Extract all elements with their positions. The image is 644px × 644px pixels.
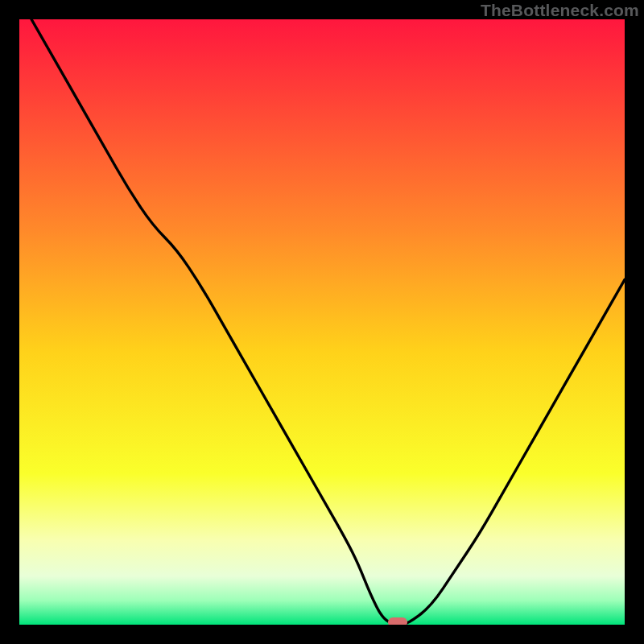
watermark-text: TheBottleneck.com bbox=[481, 1, 639, 20]
chart-background bbox=[19, 19, 625, 625]
bottleneck-chart bbox=[19, 19, 625, 625]
optimal-marker bbox=[388, 617, 407, 625]
